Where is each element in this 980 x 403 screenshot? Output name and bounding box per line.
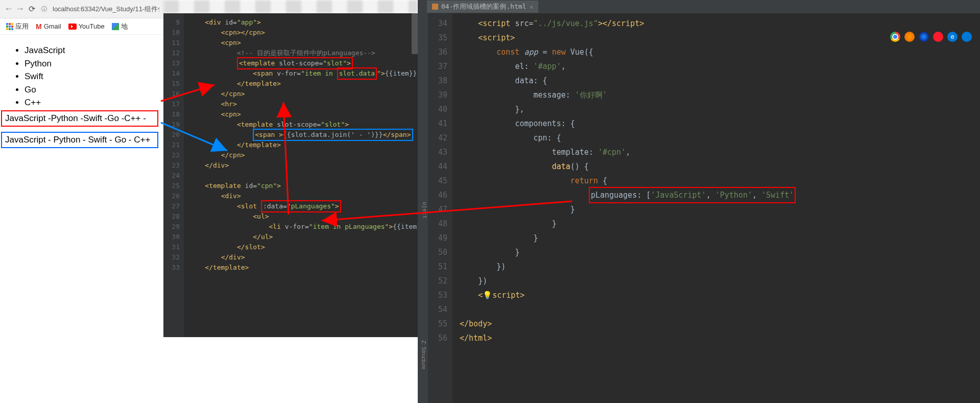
list-item: C++ (25, 96, 158, 109)
forward-icon[interactable]: → (15, 4, 25, 14)
list-item: Python (25, 57, 158, 70)
gmail-label: Gmail (44, 22, 61, 30)
map-icon (112, 23, 119, 30)
page-content: JavaScript Python Swift Go C++ JavaScrip… (0, 35, 163, 153)
output-blue: JavaScript - Python - Swift - Go - C++ (1, 132, 158, 148)
back-icon[interactable]: ← (4, 4, 13, 14)
list-item: Go (25, 83, 158, 97)
apps-button[interactable]: 应用 (6, 22, 29, 31)
gutter-middle: 9101112131415161718192021222324252627282… (163, 13, 184, 337)
editor-middle: 9101112131415161718192021222324252627282… (163, 13, 418, 337)
bookmark-gmail[interactable]: M Gmail (36, 22, 61, 31)
ie-icon[interactable]: e (947, 32, 958, 42)
bookmark-bar: 应用 M Gmail YouTube 地 (0, 18, 163, 35)
browser-toolbar: ← → ⟳ ⓘ localhost:63342/Vue_Study/11-组件化… (0, 0, 163, 18)
code-middle[interactable]: <div id="app"> <cpn></cpn> <cpn> <!-- 目的… (184, 13, 418, 337)
tab-title: 04-作用域插槽的案例.html (441, 2, 527, 11)
url-text[interactable]: localhost:63342/Vue_Study/11-组件化高级/04-作 (53, 5, 159, 14)
editor-right: 04-作用域插槽的案例.html × oject 343536373839404… (418, 0, 980, 403)
language-list: JavaScript Python Swift Go C++ (14, 44, 158, 109)
tab-bar: 04-作用域插槽的案例.html × (418, 0, 980, 13)
safari-icon[interactable] (919, 32, 929, 42)
site-info-icon[interactable]: ⓘ (39, 5, 49, 14)
code-right[interactable]: e <script src="../js/vue.js"></script> <… (452, 13, 980, 403)
gutter-right: 3435363738394041424344454647484950515253… (428, 13, 452, 403)
youtube-icon (68, 23, 77, 30)
close-icon[interactable]: × (530, 3, 534, 11)
browser-panel: ← → ⟳ ⓘ localhost:63342/Vue_Study/11-组件化… (0, 0, 163, 403)
firefox-icon[interactable] (904, 32, 915, 42)
list-item: JavaScript (25, 44, 158, 57)
gmail-icon: M (36, 22, 42, 31)
chrome-icon[interactable] (890, 32, 900, 42)
youtube-label: YouTube (79, 22, 105, 30)
bookmark-youtube[interactable]: YouTube (68, 22, 105, 30)
bookmark-map[interactable]: 地 (112, 22, 128, 31)
apps-label: 应用 (15, 22, 29, 31)
scrollbar[interactable] (412, 13, 418, 54)
blurred-tabs (163, 0, 418, 13)
structure-tool-button[interactable]: Z: Structure (418, 337, 428, 372)
list-item: Swift (25, 70, 158, 83)
opera-icon[interactable] (933, 32, 943, 42)
tab-active[interactable]: 04-作用域插槽的案例.html × (427, 1, 538, 13)
apps-icon (6, 23, 13, 30)
html-file-icon (432, 4, 438, 10)
reload-icon[interactable]: ⟳ (29, 4, 35, 14)
browser-preview-icons: e (890, 32, 972, 42)
edge-icon[interactable] (962, 32, 972, 42)
output-red: JavaScript -Python -Swift -Go -C++ - (1, 110, 158, 127)
map-label: 地 (121, 22, 128, 31)
